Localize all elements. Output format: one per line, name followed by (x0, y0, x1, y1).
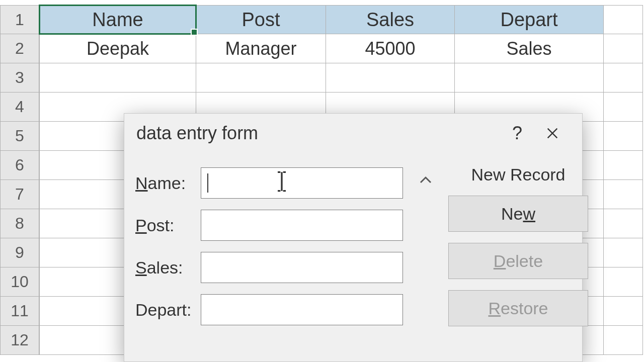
cell-E12[interactable] (604, 326, 643, 355)
text-caret (207, 173, 208, 193)
sales-input[interactable] (201, 252, 403, 283)
dialog-title: data entry form (136, 123, 258, 144)
help-button[interactable]: ? (500, 118, 535, 148)
dialog-buttons: New Record New Delete Restore (448, 162, 588, 337)
cell-B1[interactable]: Post (196, 5, 326, 34)
sales-label: Sales: (135, 258, 201, 278)
record-status: New Record (471, 165, 565, 185)
post-input[interactable] (201, 210, 403, 241)
cell-A2[interactable]: Deepak (39, 34, 196, 63)
scroll-up-button[interactable] (419, 171, 432, 337)
close-button[interactable] (535, 118, 570, 148)
data-entry-form-dialog: data entry form ? Name: (124, 113, 583, 362)
depart-input[interactable] (201, 294, 403, 325)
row-header-column: 1 2 3 4 5 6 7 8 9 10 11 12 (0, 5, 39, 355)
chevron-up-icon (419, 175, 432, 185)
new-button[interactable]: New (448, 196, 588, 232)
row-header-2[interactable]: 2 (0, 34, 39, 63)
cell-B3[interactable] (196, 63, 326, 93)
row-header-3[interactable]: 3 (0, 63, 39, 93)
cell-E3[interactable] (604, 63, 643, 93)
form-fields: Name: Post: Sales: (135, 162, 403, 337)
cell-E2[interactable] (604, 34, 643, 63)
cell-E8[interactable] (604, 209, 643, 238)
row-header-12[interactable]: 12 (0, 326, 39, 355)
text-cursor-icon (274, 169, 290, 197)
cell-E6[interactable] (604, 151, 643, 180)
cell-D1[interactable]: Depart (455, 5, 604, 34)
row-header-4[interactable]: 4 (0, 93, 39, 122)
row-header-7[interactable]: 7 (0, 180, 39, 209)
row-header-8[interactable]: 8 (0, 209, 39, 238)
name-input[interactable] (201, 167, 403, 199)
cell-E1[interactable] (604, 5, 643, 34)
close-icon (545, 126, 559, 140)
row-header-5[interactable]: 5 (0, 122, 39, 151)
dialog-titlebar[interactable]: data entry form ? (124, 114, 582, 153)
spreadsheet: 1 2 3 4 5 6 7 8 9 10 11 12 Name Post Sal… (0, 0, 644, 362)
cell-C3[interactable] (326, 63, 455, 93)
depart-label: Depart: (135, 300, 201, 320)
cell-A3[interactable] (39, 63, 196, 93)
restore-button[interactable]: Restore (448, 290, 588, 326)
delete-button[interactable]: Delete (448, 243, 588, 279)
cell-E9[interactable] (604, 238, 643, 267)
row-header-6[interactable]: 6 (0, 151, 39, 180)
cell-E10[interactable] (604, 267, 643, 297)
cell-E5[interactable] (604, 122, 643, 151)
cell-C1[interactable]: Sales (326, 5, 455, 34)
row-header-1[interactable]: 1 (0, 5, 39, 34)
row-header-9[interactable]: 9 (0, 238, 39, 267)
cell-B2[interactable]: Manager (196, 34, 326, 63)
name-label: Name: (135, 173, 201, 193)
post-label: Post: (135, 216, 201, 235)
cell-E4[interactable] (604, 93, 643, 122)
cell-D2[interactable]: Sales (455, 34, 604, 63)
cell-A1[interactable]: Name (39, 5, 196, 34)
cell-C2[interactable]: 45000 (326, 34, 455, 63)
row-header-10[interactable]: 10 (0, 267, 39, 297)
cell-D3[interactable] (455, 63, 604, 93)
row-header-11[interactable]: 11 (0, 297, 39, 326)
cell-E11[interactable] (604, 297, 643, 326)
cell-E7[interactable] (604, 180, 643, 209)
